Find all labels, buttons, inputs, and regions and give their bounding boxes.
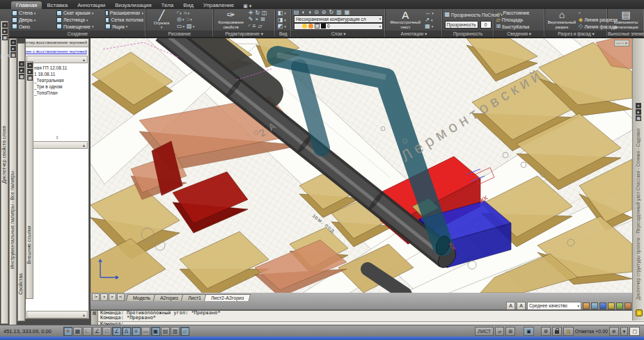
prev-tab-button[interactable]: ◂ (100, 293, 108, 301)
tool-point[interactable]: ◌▾ (187, 17, 192, 22)
layer-isolate-icon[interactable]: ◑ (308, 10, 311, 15)
tool-detail-components[interactable]: ▤ Компоненты детализации (610, 10, 642, 30)
offset-icon[interactable]: ≡ (253, 24, 256, 29)
dyn-toggle[interactable]: ≡ (132, 327, 141, 336)
render-region-icon[interactable] (591, 302, 598, 309)
tool-rectangle[interactable]: ▭▾ (177, 24, 184, 29)
cleanscreen-icon[interactable]: ▢ (629, 327, 640, 336)
status-menu-icon[interactable]: ▾ (620, 327, 629, 336)
viewport-restore-icon[interactable]: ▫ (622, 40, 623, 46)
quickview-drawings-icon[interactable]: ⊞ (505, 327, 515, 336)
gear-icon[interactable]: ⚙ (541, 327, 551, 336)
tray-icon[interactable]: ▥ (563, 327, 574, 336)
palette-autohide-icon[interactable]: ▸ (2, 29, 8, 34)
grid-toggle[interactable]: ▦ (73, 327, 82, 336)
view-tool-2[interactable]: ◨▾ (278, 17, 286, 24)
tool-vertical-section[interactable]: ⌂ Вертикальный разрез (547, 10, 576, 30)
move-icon[interactable]: ✛ (249, 10, 253, 16)
tool-column-grid[interactable]: Расширенная сетка колонн▾ (105, 10, 143, 17)
elevation-value[interactable]: +0.00 (595, 329, 608, 334)
polar-toggle[interactable]: ∠ (93, 327, 102, 336)
recovery-info-link[interactable]: Подробнее о восстановлении чертежей (26, 47, 88, 55)
otrack-toggle[interactable]: ∠ (112, 327, 121, 336)
lwt-toggle[interactable]: — (141, 327, 150, 336)
palette-close-icon[interactable]: × (636, 103, 641, 108)
layer-properties-icon[interactable]: ▤ (294, 10, 299, 15)
tab-annotate[interactable]: Аннотации (72, 1, 110, 9)
tool-distance[interactable]: ↔Расстояние (496, 10, 530, 17)
panel-create-label[interactable]: Создание (10, 31, 146, 37)
globe-icon[interactable]: ⊕ (609, 327, 619, 336)
erase-icon[interactable]: × (255, 17, 258, 22)
palette-properties-icon[interactable]: ▦ (27, 75, 33, 81)
palette-autohide-icon[interactable]: ▸ (636, 109, 641, 115)
panel-callout-label[interactable]: Выносные элементы (608, 31, 644, 37)
recovery-file-item[interactable]: _Театральная (34, 77, 88, 83)
recovery-file-item[interactable]: 1 18.08.11 (34, 71, 88, 77)
osnap-toggle[interactable]: □ (102, 327, 111, 336)
view-tool-1[interactable]: ◧▾ (278, 10, 286, 17)
palette-properties-icon[interactable]: ▦ (19, 74, 24, 79)
layer-lock-icon[interactable]: ⊘ (322, 10, 327, 15)
tool-space[interactable]: Помещение▾ (56, 23, 103, 30)
fillet-icon[interactable]: ◜ (249, 24, 251, 29)
palette-bar-layer-manager[interactable]: × ▸ ▦ Диспетчер свойств слоев (1, 21, 8, 324)
palette-autohide-icon[interactable]: ▸ (27, 69, 33, 74)
recovery-file-item[interactable]: _Три в одном (34, 83, 88, 90)
panel-draw-label[interactable]: Рисование (146, 31, 213, 37)
annotation-monitor-toggle[interactable]: ▥ (171, 327, 180, 336)
panel-annotate-label[interactable]: Аннотации ▾ (386, 31, 441, 37)
tool-mtext[interactable]: А Многострочный текст (388, 10, 423, 30)
recovery-details-header[interactable]: ▲ (26, 141, 88, 149)
recovery-preview-header[interactable]: ▲ (26, 311, 88, 318)
tool-arc[interactable]: ◜▾ (177, 10, 182, 16)
drawing-viewport[interactable]: Лермонтовский 2 А зем. под. ЖК КЖ — ▫ × (91, 38, 632, 293)
tool-donut[interactable]: ◎▾ (177, 17, 184, 22)
tool-wall[interactable]: Стена▾ (12, 10, 54, 17)
last-tab-button[interactable]: ▸| (117, 293, 125, 301)
array-icon[interactable]: ⊞ (260, 17, 265, 22)
tab-main[interactable]: Главная (11, 1, 42, 9)
layer-config-dropdown[interactable]: Несохраненная конфигурация сл▾ (294, 15, 383, 23)
render-icon[interactable] (583, 302, 590, 309)
palette-properties-icon[interactable]: ▦ (10, 52, 16, 58)
panel-inquiry-label[interactable]: Сведения ▾ (494, 31, 545, 37)
tool-window[interactable]: Окно (12, 23, 54, 30)
palette-autohide-icon[interactable]: ▸ (10, 46, 16, 51)
mirror-icon[interactable]: ◫ (262, 10, 267, 16)
annotation-scale-icon[interactable]: A (506, 302, 515, 310)
splitter-handle-icon[interactable]: ⇕ (26, 135, 88, 140)
palette-autohide-icon[interactable]: ▸ (19, 67, 24, 73)
tool-area[interactable]: ▱Площадь (496, 17, 530, 24)
viewport-maximize-icon[interactable]: ▣ (524, 327, 534, 336)
panel-view-label[interactable]: Вид (276, 31, 291, 37)
tool-hatch[interactable]: ▨▾ (187, 24, 194, 29)
scale-icon[interactable]: ▱ (258, 24, 262, 29)
render-quality-dropdown[interactable]: Среднее качество▾ (527, 302, 581, 310)
tool-match-properties[interactable]: ✑ Копирование свойств (216, 10, 246, 30)
rotate-icon[interactable]: ↻ (255, 10, 260, 16)
layer-off-icon[interactable]: ◐ (301, 10, 305, 15)
panel-section-label[interactable]: Разрез и фасад ▾ (545, 31, 607, 37)
panel-transparency-label[interactable]: Прозрачность (443, 31, 494, 37)
tab-solids[interactable]: Тела (157, 1, 179, 9)
first-tab-button[interactable]: |◂ (92, 293, 100, 301)
tool-dimension[interactable]: ↔▾ (425, 10, 434, 17)
palette-bar-xref[interactable]: × ▸ ▦ Внешние ссылки (26, 61, 33, 299)
panel-modify-label[interactable]: Редактирование ▾ (214, 31, 275, 37)
layer-prev-icon[interactable]: ▦ (345, 10, 350, 15)
selectioncycling-toggle[interactable]: ▤ (161, 327, 170, 336)
tool-table[interactable]: ▦▾ (425, 23, 434, 30)
command-window-grip[interactable] (91, 311, 98, 325)
transparency-bylayer[interactable]: ▩Прозрачность ПоСлою▾ (445, 11, 492, 18)
tool-circle[interactable]: ○▾ (184, 10, 189, 16)
layout-tab-list2-a2goriz[interactable]: Лист2-А2гориз (204, 294, 251, 301)
tool-leader[interactable]: ↗▾ (425, 17, 434, 24)
tool-door[interactable]: Дверь▾ (12, 17, 54, 24)
quickview-layouts-icon[interactable]: ▱ (495, 327, 504, 336)
palette-close-icon[interactable]: × (10, 40, 16, 45)
panel-layers-label[interactable]: Слои ▾ (292, 31, 385, 37)
edit-icon[interactable]: ✎ (249, 17, 253, 22)
transparency-value[interactable]: 0 (480, 21, 492, 29)
palette-bar-tool-palettes[interactable]: × ▸ ▦ Инструментальные палитры - Все пал… (9, 38, 17, 330)
